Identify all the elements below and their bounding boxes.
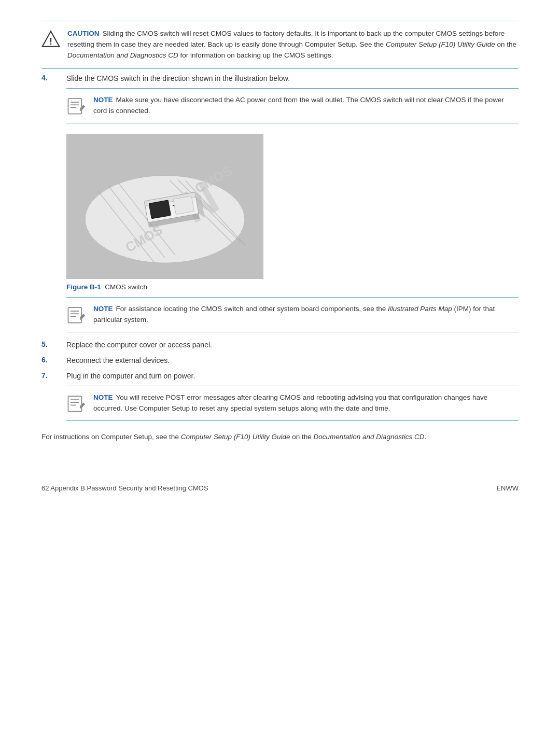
footer-text-part3: . — [424, 433, 426, 441]
footer-text: For instructions on Computer Setup, see … — [41, 431, 519, 443]
footer-text-italic1: Computer Setup (F10) Utility Guide — [181, 433, 290, 441]
figure-caption-label: Figure B-1 — [66, 283, 101, 291]
figure-container: CMOS CMOS N — [66, 134, 519, 291]
svg-rect-21 — [173, 196, 194, 215]
note-icon-3 — [66, 393, 86, 413]
footer-right: ENWW — [496, 484, 519, 492]
note-icon-2 — [66, 305, 86, 325]
cmos-switch-image: CMOS CMOS N — [66, 134, 263, 279]
caution-triangle-icon: ! — [41, 30, 60, 48]
note-3-text: NOTEYou will receive POST error messages… — [93, 392, 519, 414]
step-6-number: 6. — [41, 355, 66, 364]
note-block-3: NOTEYou will receive POST error messages… — [66, 386, 519, 421]
svg-text:!: ! — [49, 36, 52, 47]
figure-caption-text: CMOS switch — [105, 283, 147, 291]
step-5-text: Replace the computer cover or access pan… — [66, 340, 212, 351]
footer-text-part2: on the — [290, 433, 313, 441]
footer-left: 62 Appendix B Password Security and Rese… — [41, 484, 208, 492]
footer-text-part1: For instructions on Computer Setup, see … — [41, 433, 181, 441]
page-footer: 62 Appendix B Password Security and Rese… — [41, 484, 519, 492]
note-2-body1: For assistance locating the CMOS switch … — [116, 305, 388, 313]
svg-rect-24 — [68, 307, 81, 322]
caution-italic2: Documentation and Diagnostics CD — [67, 51, 178, 59]
figure-caption: Figure B-1 CMOS switch — [66, 283, 519, 291]
step-6-text: Reconnect the external devices. — [66, 355, 170, 367]
cmos-switch-svg: CMOS CMOS N — [67, 134, 263, 278]
note-2-text: NOTEFor assistance locating the CMOS swi… — [93, 304, 519, 326]
step-4: 4. Slide the CMOS switch in the directio… — [41, 73, 519, 85]
step-7-text: Plug in the computer and turn on power. — [66, 371, 195, 382]
caution-body-text3: for information on backing up the CMOS s… — [178, 51, 333, 59]
step-7-number: 7. — [41, 371, 66, 379]
note-3-body: You will receive POST error messages aft… — [93, 393, 487, 412]
note-1-label: NOTE — [93, 96, 113, 104]
footer-text-italic2: Documentation and Diagnostics CD — [314, 433, 425, 441]
caution-text: CAUTIONSliding the CMOS switch will rese… — [67, 29, 519, 61]
step-5-number: 5. — [41, 340, 66, 348]
step-7: 7. Plug in the computer and turn on powe… — [41, 371, 519, 382]
caution-block: ! CAUTIONSliding the CMOS switch will re… — [41, 21, 519, 69]
caution-body-text2: on the — [495, 40, 516, 48]
note-icon-1 — [66, 96, 86, 116]
note-1-text: NOTEMake sure you have disconnected the … — [93, 95, 519, 117]
note-2-italic: Illustrated Parts Map — [388, 305, 452, 313]
svg-rect-2 — [68, 99, 81, 114]
caution-italic1: Computer Setup (F10) Utility Guide — [386, 40, 495, 48]
note-block-2: NOTEFor assistance locating the CMOS swi… — [66, 297, 519, 332]
caution-label: CAUTION — [67, 30, 100, 37]
note-3-label: NOTE — [93, 393, 113, 401]
note-block-1: NOTEMake sure you have disconnected the … — [66, 88, 519, 123]
step-5: 5. Replace the computer cover or access … — [41, 340, 519, 351]
step-4-text: Slide the CMOS switch in the direction s… — [66, 73, 290, 85]
step-4-number: 4. — [41, 73, 66, 82]
svg-rect-19 — [149, 200, 171, 219]
step-6: 6. Reconnect the external devices. — [41, 355, 519, 367]
note-2-label: NOTE — [93, 305, 113, 313]
svg-rect-28 — [68, 396, 81, 411]
note-1-body: Make sure you have disconnected the AC p… — [93, 96, 504, 115]
